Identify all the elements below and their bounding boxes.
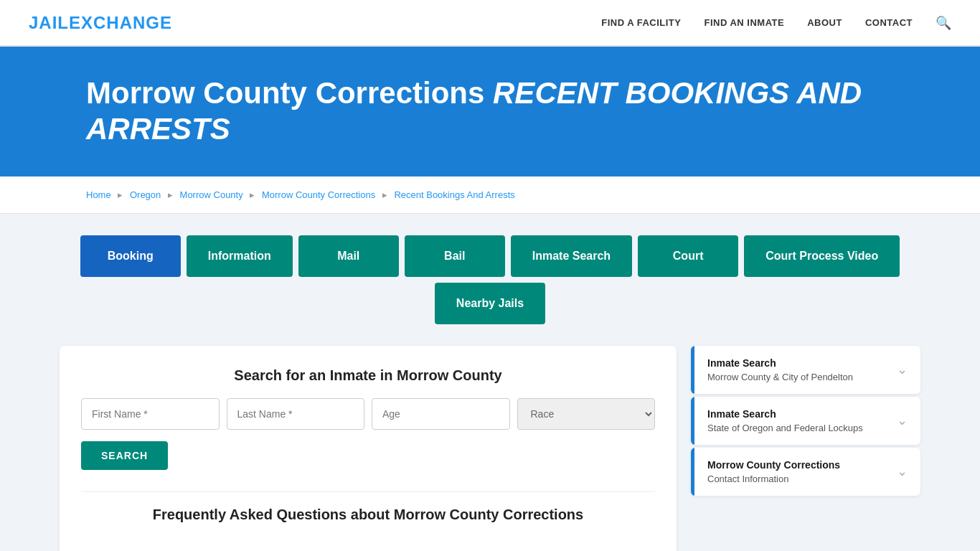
first-name-input[interactable] [81,398,220,430]
tab-court-process-video[interactable]: Court Process Video [744,235,900,277]
chevron-down-icon-3: ⌄ [897,463,908,479]
sidebar-card-1-main: Inmate Search [707,357,853,369]
breadcrumb-sep-1: ▸ [118,189,123,200]
sidebar-card-2-title: Inmate Search State of Oregon and Federa… [707,408,863,433]
faq-heading: Frequently Asked Questions about Morrow … [81,491,655,523]
age-input[interactable] [372,398,510,430]
main-nav: JAILEXCHANGE FIND A FACILITY FIND AN INM… [0,0,980,47]
breadcrumb-current: Recent Bookings And Arrests [394,189,514,200]
sidebar-card-3-main: Morrow County Corrections [707,459,840,471]
chevron-down-icon-2: ⌄ [897,413,908,428]
inmate-search-heading: Search for an Inmate in Morrow County [81,367,655,384]
breadcrumb-sep-3: ▸ [250,189,255,200]
sidebar-card-1-title: Inmate Search Morrow County & City of Pe… [707,357,853,382]
breadcrumb-sep-2: ▸ [168,189,173,200]
breadcrumb-oregon[interactable]: Oregon [130,189,161,200]
race-select[interactable]: Race White Black Hispanic Asian Native A… [517,398,656,430]
tab-nearby-jails[interactable]: Nearby Jails [435,283,545,324]
tab-court[interactable]: Court [638,235,738,277]
sidebar-card-3-sub: Contact Information [707,474,788,484]
sidebar-card-1-sub: Morrow County & City of Pendelton [707,372,853,382]
tab-information[interactable]: Information [187,235,293,277]
sidebar-card-3-title: Morrow County Corrections Contact Inform… [707,459,840,484]
nav-find-inmate[interactable]: FIND AN INMATE [704,17,784,28]
sidebar-card-3-header[interactable]: Morrow County Corrections Contact Inform… [691,448,920,496]
sidebar-card-2-main: Inmate Search [707,408,863,420]
tabs-row2: Nearby Jails [60,283,920,324]
nav-about[interactable]: ABOUT [807,17,842,28]
chevron-down-icon-1: ⌄ [897,362,908,377]
main-wrapper: Booking Information Mail Bail Inmate Sea… [38,214,942,551]
tab-inmate-search[interactable]: Inmate Search [511,235,632,277]
site-logo[interactable]: JAILEXCHANGE [29,13,172,33]
hero-section: Morrow County Corrections RECENT BOOKING… [0,47,980,176]
sidebar-card-2-sub: State of Oregon and Federal Lockups [707,423,863,433]
search-button[interactable]: SEARCH [81,441,168,470]
logo-part2: EXCHANGE [69,13,172,32]
breadcrumb-sep-4: ▸ [382,189,387,200]
hero-title-main: Morrow County Corrections [86,76,484,110]
breadcrumb: Home ▸ Oregon ▸ Morrow County ▸ Morrow C… [0,176,980,214]
logo-part1: JAIL [29,13,69,32]
nav-contact[interactable]: CONTACT [865,17,913,28]
content-area: Search for an Inmate in Morrow County Ra… [60,346,920,551]
tab-mail[interactable]: Mail [298,235,399,277]
search-fields: Race White Black Hispanic Asian Native A… [81,398,655,430]
tabs-row: Booking Information Mail Bail Inmate Sea… [60,235,920,277]
sidebar-card-1: Inmate Search Morrow County & City of Pe… [691,346,920,394]
sidebar-card-1-header[interactable]: Inmate Search Morrow County & City of Pe… [691,346,920,394]
nav-links: FIND A FACILITY FIND AN INMATE ABOUT CON… [601,15,951,31]
tab-bail[interactable]: Bail [405,235,505,277]
sidebar-card-2: Inmate Search State of Oregon and Federa… [691,397,920,445]
hero-title: Morrow County Corrections RECENT BOOKING… [86,75,894,148]
nav-find-facility[interactable]: FIND A FACILITY [601,17,681,28]
breadcrumb-home[interactable]: Home [86,189,111,200]
right-panel: Inmate Search Morrow County & City of Pe… [691,346,920,499]
search-icon[interactable]: 🔍 [936,15,951,31]
last-name-input[interactable] [227,398,365,430]
sidebar-card-3: Morrow County Corrections Contact Inform… [691,448,920,496]
breadcrumb-morrow-county[interactable]: Morrow County [180,189,243,200]
sidebar-card-2-header[interactable]: Inmate Search State of Oregon and Federa… [691,397,920,445]
breadcrumb-morrow-corrections[interactable]: Morrow County Corrections [262,189,375,200]
tab-booking[interactable]: Booking [80,235,181,277]
left-panel: Search for an Inmate in Morrow County Ra… [60,346,677,551]
